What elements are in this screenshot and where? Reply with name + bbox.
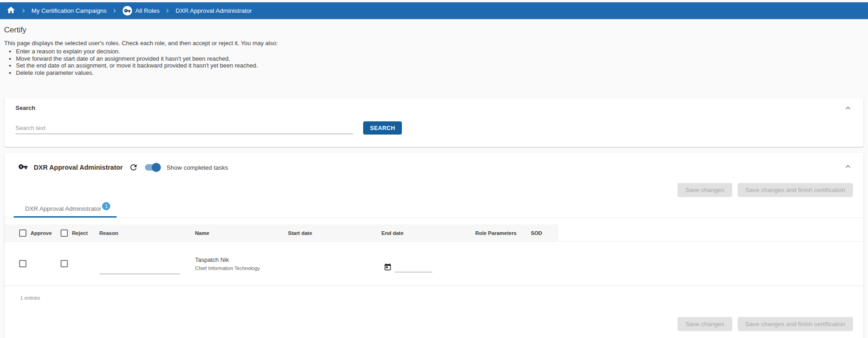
- tab-label: DXR Approval Administrator: [25, 205, 101, 212]
- breadcrumb-item-campaigns[interactable]: My Certification Campaigns: [31, 7, 107, 14]
- chevron-up-icon: [843, 166, 853, 172]
- top-actions: Save changes Save changes and finish cer…: [5, 183, 863, 197]
- bottom-actions: Save changes Save changes and finish cer…: [5, 317, 863, 331]
- save-and-finish-button[interactable]: Save changes and finish certification: [738, 183, 853, 197]
- entries-count: 1 entries: [5, 295, 863, 301]
- tab-count-badge: 1: [102, 202, 110, 210]
- chevron-right-icon: [164, 7, 171, 15]
- list-item: Set the end date of an assignment, or mo…: [16, 62, 863, 69]
- end-date-cell: [381, 262, 475, 272]
- home-icon: [6, 5, 15, 16]
- list-item: Move forward the start date of an assign…: [16, 55, 863, 62]
- toggle-label: Show completed tasks: [167, 164, 228, 171]
- column-header-name: Name: [195, 230, 209, 236]
- chevron-right-icon: [111, 7, 118, 15]
- show-completed-toggle[interactable]: [144, 163, 161, 172]
- breadcrumb-current: DXR Approval Administrator: [175, 7, 252, 14]
- row-reject-checkbox[interactable]: [61, 260, 68, 267]
- breadcrumb-item-all-roles[interactable]: All Roles: [123, 6, 159, 16]
- tab-bar: DXR Approval Administrator 1: [5, 201, 863, 218]
- refresh-button[interactable]: [129, 163, 138, 172]
- search-panel-title: Search: [15, 104, 853, 111]
- breadcrumb: My Certification Campaigns All Roles DXR…: [0, 2, 868, 19]
- reject-all-checkbox[interactable]: [61, 229, 68, 237]
- panel-header: DXR Approval Administrator Show complete…: [5, 162, 863, 173]
- column-header-approve: Approve: [31, 230, 52, 236]
- column-header-start-date: Start date: [288, 230, 312, 236]
- chevron-right-icon: [20, 7, 27, 15]
- save-changes-button[interactable]: Save changes: [678, 183, 732, 197]
- table-header-row: Approve Reject Reason Name Start date En…: [5, 224, 863, 242]
- table-row: Taspatch Nik Chief Information Technolog…: [5, 242, 863, 286]
- column-header-reason: Reason: [99, 230, 118, 236]
- collapse-panel-button[interactable]: [842, 161, 853, 172]
- intro-description: This page displays the selected user's r…: [4, 40, 863, 47]
- column-header-reject: Reject: [72, 230, 88, 236]
- panel-title: DXR Approval Administrator: [34, 164, 123, 171]
- chevron-up-icon: [843, 107, 853, 114]
- save-and-finish-button[interactable]: Save changes and finish certification: [738, 317, 853, 331]
- user-role-description: Chief Information Technology: [195, 265, 288, 271]
- page-title: Certify: [4, 26, 863, 35]
- row-approve-checkbox[interactable]: [19, 260, 26, 267]
- certification-panel: DXR Approval Administrator Show complete…: [5, 153, 863, 338]
- end-date-picker-button[interactable]: [384, 263, 392, 271]
- list-item: Delete role parameter values.: [16, 69, 863, 77]
- name-cell: Taspatch Nik Chief Information Technolog…: [195, 256, 288, 271]
- search-input[interactable]: [15, 122, 353, 134]
- key-icon: [123, 6, 132, 16]
- intro-section: Certify This page displays the selected …: [0, 19, 868, 76]
- search-button[interactable]: SEARCH: [363, 121, 402, 135]
- search-panel: Search SEARCH: [5, 98, 863, 147]
- approve-all-checkbox[interactable]: [19, 229, 26, 237]
- calendar-icon: [384, 265, 392, 272]
- column-header-role-parameters: Role Parameters: [475, 230, 517, 236]
- refresh-icon: [129, 166, 138, 173]
- collapse-search-button[interactable]: [842, 103, 853, 114]
- home-button[interactable]: [6, 5, 15, 16]
- intro-bullet-list: Enter a reason to explain your decision.…: [4, 48, 863, 76]
- column-header-end-date: End date: [381, 230, 404, 236]
- end-date-input[interactable]: [395, 262, 432, 272]
- reason-input[interactable]: [99, 264, 180, 274]
- key-icon: [18, 162, 28, 173]
- toggle-thumb: [152, 163, 161, 172]
- list-item: Enter a reason to explain your decision.: [16, 48, 863, 55]
- tab-dxr-approval-administrator[interactable]: DXR Approval Administrator 1: [14, 201, 117, 218]
- column-header-sod: SOD: [531, 230, 542, 236]
- user-role-name: Taspatch Nik: [195, 256, 288, 263]
- save-changes-button[interactable]: Save changes: [678, 317, 732, 331]
